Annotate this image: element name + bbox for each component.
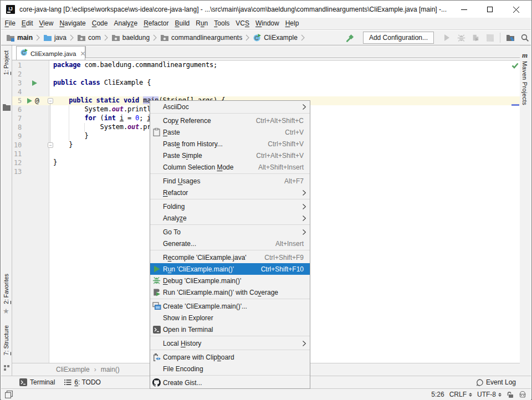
breadcrumb-class[interactable]: CliExample — [56, 366, 90, 373]
menu-item-find-usages[interactable]: Find UsagesAlt+F7 — [150, 175, 310, 187]
menu-tools[interactable]: Tools — [211, 18, 233, 29]
add-configuration-button[interactable]: Add Configuration... — [363, 32, 434, 44]
menu-item-column-selection-mode[interactable]: Column Selection ModeAlt+Shift+Insert — [150, 161, 310, 173]
breadcrumb-cliexample[interactable]: CliExample — [253, 33, 298, 42]
inspection-ok-icon[interactable] — [511, 61, 519, 71]
menu-item-show-in-explorer[interactable]: Show in Explorer — [150, 312, 310, 324]
caret-position[interactable]: 5:26 — [431, 391, 444, 398]
menu-item-run-cliexample-main[interactable]: Run 'CliExample.main()'Ctrl+Shift+F10 — [150, 263, 310, 275]
menu-analyze[interactable]: Analyze — [111, 18, 141, 29]
tab-cliexample[interactable]: CliExample.java ✕ — [16, 46, 85, 60]
menu-vcs[interactable]: VCS — [233, 18, 253, 29]
fold-range-line — [50, 104, 50, 142]
breadcrumb: mainjavacombaeldungcommandlineargumentsC… — [6, 30, 308, 45]
menu-build[interactable]: Build — [172, 18, 193, 29]
breadcrumb-java[interactable]: java — [43, 33, 66, 42]
breadcrumb-baeldung[interactable]: baeldung — [111, 33, 150, 42]
menu-item-label: Paste Simple — [163, 152, 202, 160]
chevron-right-icon — [245, 34, 249, 41]
menu-item-shortcut: Ctrl+V — [285, 129, 304, 136]
breadcrumb-label: CliExample — [264, 34, 298, 42]
event-log-icon — [476, 379, 483, 386]
build-hammer-icon[interactable] — [346, 33, 355, 42]
menu-navigate[interactable]: Navigate — [57, 18, 89, 29]
terminal-icon — [152, 325, 161, 334]
menu-item-shortcut: Alt+Shift+Insert — [258, 163, 304, 171]
todo-list-icon — [64, 379, 71, 386]
minimize-button[interactable] — [451, 1, 477, 18]
toolwindow-event-log[interactable]: Event Log — [476, 378, 516, 386]
menu-item-label: Copy Reference — [163, 117, 211, 125]
menu-edit[interactable]: Edit — [18, 18, 36, 29]
menu-item-label: Folding — [163, 203, 185, 211]
breadcrumb-com[interactable]: com — [77, 33, 101, 42]
line-number: 11 — [12, 150, 22, 158]
fold-marker-icon[interactable]: − — [48, 98, 53, 104]
menu-item-label: Show in Explorer — [163, 314, 213, 322]
menu-item-label: Paste from History... — [163, 140, 223, 148]
maximize-button[interactable] — [477, 1, 503, 18]
run-gutter-icon[interactable] — [32, 80, 37, 86]
sidebar-item-maven-projects[interactable]: Maven Projects — [521, 61, 528, 105]
menu-item-recompile-cliexample-java[interactable]: Recompile 'CliExample.java'Ctrl+Shift+F9 — [150, 252, 310, 263]
toolwindow-switcher-icon[interactable] — [5, 391, 13, 400]
menu-refactor[interactable]: Refactor — [141, 18, 172, 29]
menu-item-refactor[interactable]: Refactor — [150, 187, 310, 198]
menu-item-analyze[interactable]: Analyze — [150, 212, 310, 224]
breadcrumb-method[interactable]: main() — [101, 366, 120, 373]
search-everywhere-icon[interactable] — [520, 33, 529, 42]
minimize-icon — [461, 7, 467, 13]
menu-help[interactable]: Help — [282, 18, 302, 29]
menu-item-paste[interactable]: PasteCtrl+V — [150, 126, 310, 138]
sidebar-item-project[interactable]: 1: Project — [3, 50, 9, 75]
menu-item-paste-simple[interactable]: Paste SimpleCtrl+Alt+Shift+V — [150, 150, 310, 161]
menu-item-folding[interactable]: Folding — [150, 201, 310, 212]
menu-item-compare-with-clipboard[interactable]: Compare with Clipboard — [150, 351, 310, 363]
runnable-class-icon — [20, 48, 28, 59]
breadcrumb-main[interactable]: main — [6, 33, 33, 42]
menu-item-open-in-terminal[interactable]: Open in Terminal — [150, 324, 310, 335]
menu-item-run-cliexample-main-with-coverage[interactable]: Run 'CliExample.main()' with Coverage — [150, 286, 310, 298]
tab-close-icon[interactable]: ✕ — [80, 51, 85, 57]
fold-marker-icon[interactable]: − — [48, 142, 53, 148]
line-ending-selector[interactable]: CRLF — [449, 391, 472, 398]
menu-item-debug-cliexample-main[interactable]: Debug 'CliExample.main()' — [150, 275, 310, 286]
toolwindow-terminal[interactable]: Terminal — [19, 378, 55, 386]
menu-item-asciidoc[interactable]: AsciiDoc — [150, 101, 310, 112]
structure-icon — [4, 363, 10, 373]
status-bar: 5:26 CRLF UTF-8 — [1, 388, 531, 400]
menu-window[interactable]: Window — [252, 18, 282, 29]
menu-item-create-gist[interactable]: Create Gist... — [150, 377, 310, 388]
menu-item-label: Compare with Clipboard — [163, 353, 234, 361]
menu-view[interactable]: View — [36, 18, 57, 29]
menu-item-label: Generate... — [163, 240, 196, 248]
title-bar: IJ core-java-lang [D:\eclipse\workspace\… — [1, 1, 531, 18]
menu-file[interactable]: File — [2, 18, 18, 29]
project-structure-icon[interactable] — [506, 33, 515, 42]
close-button[interactable] — [503, 1, 529, 18]
run-gutter-icon[interactable] — [27, 98, 32, 104]
menu-run[interactable]: Run — [193, 18, 211, 29]
toolwindow-todo[interactable]: 6: TODO — [64, 378, 101, 386]
menu-item-file-encoding[interactable]: File Encoding — [150, 363, 310, 375]
debug-disabled-icon — [457, 33, 466, 42]
close-icon — [513, 7, 519, 13]
sidebar-item-structure[interactable]: 7: Structure — [3, 325, 9, 355]
menu-code[interactable]: Code — [89, 18, 111, 29]
unlocked-icon[interactable] — [507, 391, 514, 398]
coverage-disabled-icon — [471, 33, 480, 42]
sidebar-item-favorites[interactable]: 2: Favorites — [3, 274, 9, 304]
menu-item-shortcut: Ctrl+Alt+Shift+V — [256, 152, 304, 160]
menu-item-copy-reference[interactable]: Copy ReferenceCtrl+Alt+Shift+C — [150, 115, 310, 126]
menu-item-label: AsciiDoc — [163, 103, 189, 111]
encoding-selector[interactable]: UTF-8 — [477, 391, 502, 398]
menu-item-shortcut: Ctrl+Shift+V — [268, 140, 304, 148]
line-number: 9 — [12, 132, 22, 141]
menu-item-paste-from-history[interactable]: Paste from History...Ctrl+Shift+V — [150, 138, 310, 150]
hector-inspector-icon[interactable] — [519, 391, 526, 398]
breadcrumb-commandlinearguments[interactable]: commandlinearguments — [160, 33, 242, 42]
menu-item-create-cliexample-main[interactable]: Create 'CliExample.main()'... — [150, 300, 310, 312]
menu-item-go-to[interactable]: Go To — [150, 226, 310, 238]
menu-item-local-history[interactable]: Local History — [150, 337, 310, 349]
menu-item-generate[interactable]: Generate...Alt+Insert — [150, 238, 310, 249]
